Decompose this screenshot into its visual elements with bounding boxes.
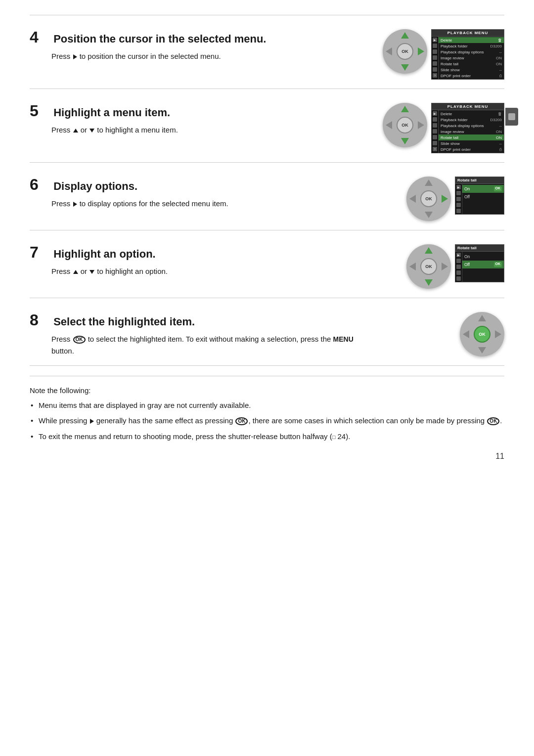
- bullet-item-1: Menu items that are displayed in gray ar…: [30, 400, 504, 411]
- dpad-control: OK: [460, 312, 504, 356]
- step-5-heading: 5 Highlight a menu item.: [30, 103, 371, 119]
- page-container: 4 Position the cursor in the selected me…: [0, 0, 534, 476]
- step-6-heading: 6 Display options.: [30, 177, 371, 193]
- step-8-title: Select the highlighted item.: [53, 315, 195, 328]
- dpad-step7: OK: [406, 244, 451, 289]
- step-4-section: 4 Position the cursor in the selected me…: [30, 15, 504, 89]
- step-4-number: 4: [30, 29, 44, 45]
- rotate-item-label: On: [464, 254, 470, 259]
- sidebar-icon-7: ?: [433, 147, 437, 151]
- rotate-item-off: Off: [462, 193, 504, 201]
- menu-item-label: Rotate tall: [441, 135, 458, 140]
- menu-item-label: DPOF print order: [441, 74, 471, 78]
- rotate-items-step7: On Off OK: [462, 252, 504, 282]
- menu-item-delete: Delete 🗑: [439, 111, 504, 117]
- rotate-menu-screen-step7: Rotate tall ▶ On Off: [455, 244, 504, 282]
- step-4-visual: OK PLAYBACK MENU ▶ ?: [381, 29, 504, 80]
- step-5-section: 5 Highlight a menu item. Press or to hig…: [30, 89, 504, 162]
- sidebar-icon-r2: [456, 191, 461, 195]
- step-7-section: 7 Highlight an option. Press or to highl…: [30, 230, 504, 298]
- dpad-up-arrow: [401, 106, 409, 112]
- sidebar-icon-r3: [456, 265, 461, 269]
- side-tab-step5: [505, 108, 518, 126]
- playback-menu-screen-step5: PLAYBACK MENU ▶ ? Delete 🗑: [431, 103, 504, 153]
- rotate-items-step6: On OK Off: [462, 184, 504, 214]
- dpad-ok-button[interactable]: OK: [420, 190, 437, 207]
- step-5-content: 5 Highlight a menu item. Press or to hig…: [30, 103, 381, 135]
- arrow-up-icon: [73, 129, 78, 133]
- menu-item-value: D3200: [490, 44, 502, 48]
- step-8-body: Press OK to select the highlighted item.…: [51, 333, 371, 356]
- menu-item-value: --: [499, 50, 502, 54]
- bullet-item-2: While pressing generally has the same ef…: [30, 415, 504, 426]
- dpad-step8: OK: [460, 312, 504, 356]
- step-6-section: 6 Display options. Press to display opti…: [30, 162, 504, 230]
- menu-item-label: Slide show: [441, 141, 460, 146]
- menu-item-label: Image review: [441, 130, 464, 134]
- bullet-item-3: To exit the menus and return to shooting…: [30, 431, 504, 442]
- sidebar-icon-6: [433, 141, 437, 145]
- menu-item-value: --: [499, 124, 502, 128]
- dpad-step6: OK: [406, 177, 451, 221]
- arrow-right-icon: [90, 419, 94, 424]
- step-5-number: 5: [30, 103, 44, 119]
- step-6-number: 6: [30, 177, 44, 192]
- step-8-section: 8 Select the highlighted item. Press OK …: [30, 298, 504, 366]
- page-number: 11: [495, 452, 504, 461]
- dpad-right-arrow: [495, 330, 501, 338]
- menu-item-value: --: [499, 141, 502, 146]
- step-8-heading: 8 Select the highlighted item.: [30, 312, 371, 328]
- menu-item-label: Delete: [441, 38, 452, 43]
- dpad-ok-button[interactable]: OK: [420, 258, 437, 275]
- menu-item-value: ON: [496, 130, 502, 134]
- menu-item-label: Delete: [441, 112, 452, 116]
- dpad-step4: OK: [383, 29, 427, 74]
- menu-item-display-options: Playback display options --: [439, 123, 504, 129]
- menu-item-value: 🗑: [498, 38, 502, 43]
- dpad-left-arrow: [409, 263, 416, 270]
- dpad-control: OK: [383, 103, 427, 147]
- rotate-sidebar-step6: ▶: [455, 184, 462, 214]
- sidebar-icon-5: [433, 61, 437, 66]
- menu-item-playback-folder: Playback folder D3200: [439, 43, 504, 49]
- dpad-left-arrow: [386, 47, 392, 55]
- menu-body-step5: ▶ ? Delete 🗑 Playba: [432, 110, 504, 153]
- step-7-number: 7: [30, 244, 44, 260]
- sidebar-icon-5: [433, 135, 437, 139]
- ok-badge: OK: [494, 186, 502, 191]
- menu-item-label: Playback folder: [441, 118, 468, 122]
- menu-item-value: ⎙: [499, 74, 502, 78]
- step-7-title: Highlight an option.: [53, 248, 156, 260]
- dpad-down-arrow: [401, 64, 409, 71]
- menu-item-slide-show: Slide show --: [439, 67, 504, 73]
- dpad-ok-button[interactable]: OK: [397, 43, 413, 60]
- rotate-item-label: Off: [464, 194, 470, 199]
- sidebar-icon-2: [433, 117, 437, 122]
- menu-item-value: ON: [496, 56, 502, 60]
- sidebar-icon-r1: ▶: [456, 185, 461, 189]
- menu-item-delete: Delete 🗑: [439, 37, 504, 43]
- step-5-body: Press or to highlight a menu item.: [51, 124, 371, 135]
- menu-item-label: Image review: [441, 56, 464, 60]
- dpad-control: OK: [406, 177, 451, 221]
- dpad-down-arrow: [425, 212, 433, 218]
- sidebar-icon-r3: [456, 197, 461, 201]
- dpad-left-arrow: [409, 195, 416, 203]
- notes-section: Note the following: Menu items that are …: [30, 376, 504, 442]
- menu-item-rotate-tall: Rotate tall ON: [439, 134, 504, 140]
- sidebar-icon-r5: [456, 209, 461, 213]
- dpad-ok-button[interactable]: OK: [397, 117, 413, 133]
- dpad-down-arrow: [478, 347, 486, 354]
- dpad-ok-button[interactable]: OK: [474, 326, 490, 343]
- menu-item-image-review: Image review ON: [439, 129, 504, 134]
- arrow-down-icon: [89, 129, 94, 133]
- menu-keyword: MENU: [333, 335, 354, 343]
- step-4-body: Press to position the cursor in the sele…: [51, 50, 371, 62]
- rotate-menu-screen-step6: Rotate tall ▶ On OK: [455, 177, 504, 215]
- step-7-visual: OK Rotate tall ▶ On: [381, 244, 504, 289]
- step-5-title: Highlight a menu item.: [53, 106, 170, 119]
- menu-item-label: Rotate tall: [441, 62, 458, 66]
- step-8-number: 8: [30, 312, 44, 328]
- dpad-left-arrow: [463, 330, 469, 338]
- rotate-header-step6: Rotate tall: [455, 177, 504, 184]
